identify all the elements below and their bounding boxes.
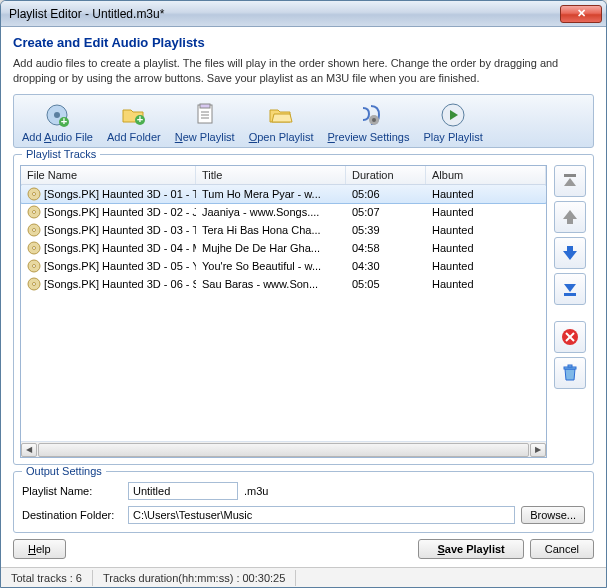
cell-duration: 05:07 bbox=[346, 205, 426, 219]
cell-duration: 05:05 bbox=[346, 277, 426, 291]
statusbar: Total tracks : 6 Tracks duration(hh:mm:s… bbox=[1, 567, 606, 587]
new-playlist-button[interactable]: New Playlist bbox=[169, 99, 241, 145]
scroll-right-arrow[interactable]: ▶ bbox=[530, 443, 546, 457]
playlist-name-input[interactable] bbox=[128, 482, 238, 500]
svg-point-1 bbox=[54, 112, 60, 118]
audio-file-add-icon: + bbox=[43, 101, 71, 129]
tracks-table[interactable]: File Name Title Duration Album [Songs.PK… bbox=[20, 165, 547, 458]
table-row[interactable]: [Songs.PK] Haunted 3D - 06 - Sau...Sau B… bbox=[21, 275, 546, 293]
svg-rect-27 bbox=[564, 174, 576, 177]
play-playlist-button[interactable]: Play Playlist bbox=[417, 99, 488, 145]
scroll-left-arrow[interactable]: ◀ bbox=[21, 443, 37, 457]
cell-title: Tera Hi Bas Hona Cha... bbox=[196, 223, 346, 237]
open-playlist-icon bbox=[267, 101, 295, 129]
save-playlist-button[interactable]: Save Playlist bbox=[418, 539, 523, 559]
cell-title: Jaaniya - www.Songs.... bbox=[196, 205, 346, 219]
table-row[interactable]: [Songs.PK] Haunted 3D - 01 - Tu...Tum Ho… bbox=[21, 185, 546, 204]
destination-folder-label: Destination Folder: bbox=[22, 509, 122, 521]
page-description: Add audio files to create a playlist. Th… bbox=[13, 56, 594, 86]
cell-duration: 05:39 bbox=[346, 223, 426, 237]
col-album[interactable]: Album bbox=[426, 166, 546, 184]
svg-rect-37 bbox=[568, 365, 572, 367]
playlist-name-label: Playlist Name: bbox=[22, 485, 122, 497]
toolbar: + Add Audio File + Add Folder New Playli… bbox=[13, 94, 594, 148]
svg-point-24 bbox=[33, 264, 36, 267]
table-header: File Name Title Duration Album bbox=[21, 166, 546, 185]
cell-title: Tum Ho Mera Pyar - w... bbox=[196, 187, 346, 201]
preview-settings-button[interactable]: Preview Settings bbox=[322, 99, 416, 145]
svg-rect-7 bbox=[200, 104, 210, 108]
cell-filename: [Songs.PK] Haunted 3D - 04 - Muj... bbox=[21, 240, 196, 256]
arrow-down-icon bbox=[560, 243, 580, 263]
add-folder-button[interactable]: + Add Folder bbox=[101, 99, 167, 145]
col-title[interactable]: Title bbox=[196, 166, 346, 184]
svg-text:+: + bbox=[137, 113, 143, 125]
cell-album: Haunted bbox=[426, 259, 546, 273]
svg-point-18 bbox=[33, 210, 36, 213]
playlist-ext: .m3u bbox=[244, 485, 268, 497]
destination-folder-input[interactable] bbox=[128, 506, 515, 524]
svg-rect-32 bbox=[564, 293, 576, 296]
cell-duration: 04:58 bbox=[346, 241, 426, 255]
cell-album: Haunted bbox=[426, 277, 546, 291]
cell-album: Haunted bbox=[426, 241, 546, 255]
cell-album: Haunted bbox=[426, 205, 546, 219]
cell-title: Sau Baras - www.Son... bbox=[196, 277, 346, 291]
svg-marker-28 bbox=[564, 178, 576, 186]
table-row[interactable]: [Songs.PK] Haunted 3D - 04 - Muj...Mujhe… bbox=[21, 239, 546, 257]
horizontal-scrollbar[interactable]: ◀ ▶ bbox=[21, 441, 546, 457]
cell-duration: 04:30 bbox=[346, 259, 426, 273]
svg-point-20 bbox=[33, 228, 36, 231]
col-filename[interactable]: File Name bbox=[21, 166, 196, 184]
reorder-buttons bbox=[553, 165, 587, 458]
new-playlist-icon bbox=[191, 101, 219, 129]
table-row[interactable]: [Songs.PK] Haunted 3D - 02 - Jaa...Jaani… bbox=[21, 203, 546, 221]
table-row[interactable]: [Songs.PK] Haunted 3D - 03 - Ter...Tera … bbox=[21, 221, 546, 239]
cell-filename: [Songs.PK] Haunted 3D - 05 - You... bbox=[21, 258, 196, 274]
col-duration[interactable]: Duration bbox=[346, 166, 426, 184]
svg-text:+: + bbox=[61, 115, 67, 127]
output-group-label: Output Settings bbox=[22, 465, 106, 477]
svg-marker-29 bbox=[563, 210, 577, 224]
cell-filename: [Songs.PK] Haunted 3D - 02 - Jaa... bbox=[21, 204, 196, 220]
svg-point-16 bbox=[33, 192, 36, 195]
svg-point-12 bbox=[372, 118, 376, 122]
add-audio-file-button[interactable]: + Add Audio File bbox=[16, 99, 99, 145]
svg-point-22 bbox=[33, 246, 36, 249]
close-icon: ✕ bbox=[577, 7, 586, 20]
cancel-button[interactable]: Cancel bbox=[530, 539, 594, 559]
arrow-up-icon bbox=[560, 207, 580, 227]
scroll-thumb[interactable] bbox=[38, 443, 529, 457]
svg-marker-31 bbox=[564, 284, 576, 292]
folder-add-icon: + bbox=[120, 101, 148, 129]
clear-button[interactable] bbox=[554, 357, 586, 389]
window-title: Playlist Editor - Untitled.m3u* bbox=[9, 7, 560, 21]
cell-filename: [Songs.PK] Haunted 3D - 01 - Tu... bbox=[21, 186, 196, 202]
move-top-button[interactable] bbox=[554, 165, 586, 197]
preview-settings-icon bbox=[354, 101, 382, 129]
open-playlist-button[interactable]: Open Playlist bbox=[243, 99, 320, 145]
move-bottom-button[interactable] bbox=[554, 273, 586, 305]
status-total-tracks: Total tracks : 6 bbox=[1, 570, 93, 586]
delete-icon bbox=[560, 327, 580, 347]
output-settings-group: Output Settings Playlist Name: .m3u Dest… bbox=[13, 471, 594, 533]
table-row[interactable]: [Songs.PK] Haunted 3D - 05 - You...You'r… bbox=[21, 257, 546, 275]
close-button[interactable]: ✕ bbox=[560, 5, 602, 23]
move-up-button[interactable] bbox=[554, 201, 586, 233]
browse-button[interactable]: Browse... bbox=[521, 506, 585, 524]
titlebar: Playlist Editor - Untitled.m3u* ✕ bbox=[1, 1, 606, 27]
cell-duration: 05:06 bbox=[346, 187, 426, 201]
help-button[interactable]: Help bbox=[13, 539, 66, 559]
playlist-group-label: Playlist Tracks bbox=[22, 148, 100, 160]
page-heading: Create and Edit Audio Playlists bbox=[13, 35, 594, 50]
cell-title: Mujhe De De Har Gha... bbox=[196, 241, 346, 255]
svg-point-26 bbox=[33, 282, 36, 285]
status-total-duration: Tracks duration(hh:mm:ss) : 00:30:25 bbox=[93, 570, 296, 586]
trash-icon bbox=[560, 363, 580, 383]
playlist-tracks-group: Playlist Tracks File Name Title Duration… bbox=[13, 154, 594, 465]
move-down-button[interactable] bbox=[554, 237, 586, 269]
cell-album: Haunted bbox=[426, 223, 546, 237]
cell-filename: [Songs.PK] Haunted 3D - 06 - Sau... bbox=[21, 276, 196, 292]
delete-button[interactable] bbox=[554, 321, 586, 353]
cell-title: You're So Beautiful - w... bbox=[196, 259, 346, 273]
